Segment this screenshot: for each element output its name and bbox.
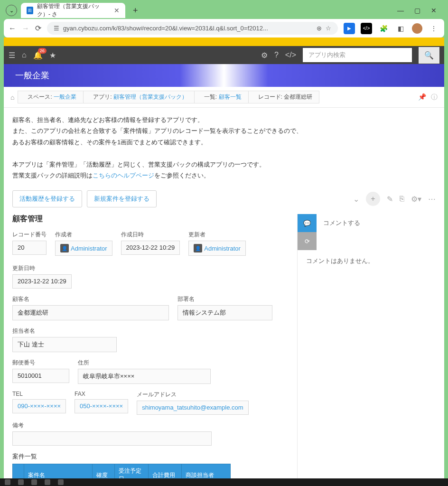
comment-icon: 💬 bbox=[298, 214, 317, 232]
site-info-icon[interactable]: ☰ bbox=[54, 25, 59, 32]
note-value bbox=[12, 431, 212, 446]
app-description: 顧客名、担当者名、連絡先などお客様の情報を登録するアプリです。 また、このアプリ… bbox=[4, 108, 444, 187]
browser-tab[interactable]: 田 顧客管理（営業支援パック）- さ ✕ bbox=[21, 3, 125, 18]
bookmark-icon[interactable]: ☆ bbox=[326, 25, 331, 32]
help-icon[interactable]: ? bbox=[274, 51, 279, 59]
updated-value: 2023-12-22 10:29 bbox=[12, 274, 72, 289]
profile-avatar[interactable] bbox=[412, 23, 422, 34]
breadcrumb-view[interactable]: 一覧: 顧客一覧 bbox=[194, 91, 249, 103]
taskbar-icon[interactable] bbox=[58, 479, 64, 485]
history-tab[interactable]: ⟳ bbox=[298, 232, 444, 250]
taskbar-icon[interactable] bbox=[18, 479, 24, 485]
breadcrumb-record: レコード: 金都運総研 bbox=[248, 91, 320, 103]
department-value: 情報システム部 bbox=[177, 305, 272, 320]
help-link[interactable]: こちらのヘルプページ bbox=[93, 172, 154, 179]
contact-value: 下山 達士 bbox=[12, 337, 117, 352]
gear-icon[interactable]: ⚙▾ bbox=[411, 195, 421, 204]
extension-icon[interactable]: ▶ bbox=[344, 23, 355, 34]
home-icon[interactable]: ⌂ bbox=[22, 51, 27, 59]
history-icon: ⟳ bbox=[298, 232, 317, 250]
menu-icon[interactable]: ☰ bbox=[9, 51, 15, 60]
url-text: gyan.cybozu.com/k/83/show#record=20&l.vi… bbox=[63, 25, 313, 32]
reload-button[interactable]: ⟳ bbox=[35, 24, 41, 33]
taskbar bbox=[0, 478, 448, 486]
created-value: 2023-12-22 10:29 bbox=[121, 241, 180, 255]
translate-icon[interactable]: ⊛ bbox=[317, 25, 322, 32]
address-value: 岐阜県岐阜市×××× bbox=[78, 369, 211, 384]
brand-bar bbox=[4, 37, 444, 46]
extensions-icon[interactable]: 🧩 bbox=[378, 23, 389, 34]
record-no-value: 20 bbox=[12, 241, 47, 255]
chevron-down-icon[interactable]: ⌄ bbox=[353, 195, 359, 204]
breadcrumb-app[interactable]: アプリ: 顧客管理（営業支援パック） bbox=[83, 91, 195, 103]
record-title: 顧客管理 bbox=[12, 214, 289, 224]
fax-value: 050-××××-×××× bbox=[75, 399, 128, 413]
info-icon[interactable]: ⓘ bbox=[431, 93, 438, 102]
tab-dropdown-icon[interactable]: ⌄ bbox=[6, 5, 17, 16]
register-activity-button[interactable]: 活動履歴を登録する bbox=[12, 190, 82, 207]
url-input[interactable]: ☰ gyan.cybozu.com/k/83/show#record=20&l.… bbox=[47, 22, 338, 35]
star-icon[interactable]: ★ bbox=[49, 51, 56, 60]
maximize-button[interactable]: ▢ bbox=[414, 7, 420, 14]
register-anken-button[interactable]: 新規案件を登録する bbox=[87, 190, 157, 207]
email-value: shimoyama_tatsuhito@example.com bbox=[137, 401, 248, 415]
minimize-button[interactable]: — bbox=[397, 7, 404, 14]
taskbar-icon[interactable] bbox=[45, 479, 50, 485]
new-tab-button[interactable]: + bbox=[129, 6, 142, 16]
code-icon[interactable]: </> bbox=[285, 51, 296, 59]
space-banner: 一般企業 bbox=[4, 64, 444, 87]
anken-title: 案件一覧 bbox=[12, 452, 289, 461]
taskbar-icon[interactable] bbox=[31, 479, 37, 485]
breadcrumb-space[interactable]: スペース: 一般企業 bbox=[18, 91, 84, 103]
extension-icon[interactable]: </> bbox=[361, 23, 372, 34]
comments-empty: コメントはありません。 bbox=[298, 250, 444, 272]
breadcrumb: ⌂ スペース: 一般企業 アプリ: 顧客管理（営業支援パック） 一覧: 顧客一覧… bbox=[4, 87, 444, 108]
search-button[interactable]: 🔍 bbox=[419, 47, 439, 64]
creator-value: 👤Administrator bbox=[55, 241, 112, 256]
zip-value: 5010001 bbox=[12, 369, 69, 383]
taskbar-icon[interactable] bbox=[5, 479, 10, 485]
notifications-icon[interactable]: 🔔26 bbox=[33, 51, 43, 60]
customer-value: 金都運総研 bbox=[12, 305, 169, 320]
copy-icon[interactable]: ⎘ bbox=[400, 195, 404, 203]
tab-favicon-icon: 田 bbox=[27, 7, 33, 14]
menu-icon[interactable]: ⋮ bbox=[428, 23, 439, 34]
breadcrumb-home-icon[interactable]: ⌂ bbox=[10, 93, 18, 101]
back-button[interactable]: ← bbox=[9, 24, 16, 33]
tel-value: 090-××××-×××× bbox=[12, 399, 66, 413]
gear-icon[interactable]: ⚙ bbox=[261, 51, 268, 60]
close-window-button[interactable]: ✕ bbox=[431, 7, 437, 14]
tab-title: 顧客管理（営業支援パック）- さ bbox=[37, 2, 110, 19]
user-icon: 👤 bbox=[194, 244, 202, 252]
close-tab-icon[interactable]: ✕ bbox=[114, 7, 120, 14]
edit-icon[interactable]: ✎ bbox=[387, 195, 393, 204]
search-input[interactable]: アプリ内検索 bbox=[303, 48, 412, 62]
forward-button: → bbox=[22, 24, 29, 33]
more-icon[interactable]: ⋯ bbox=[428, 195, 436, 204]
sidebar-icon[interactable]: ◧ bbox=[395, 23, 406, 34]
updater-value: 👤Administrator bbox=[188, 241, 246, 256]
user-icon: 👤 bbox=[60, 244, 69, 252]
add-record-button[interactable]: + bbox=[366, 192, 380, 206]
pin-icon[interactable]: 📌 bbox=[418, 93, 426, 102]
comments-tab[interactable]: 💬 コメントする bbox=[298, 214, 444, 232]
